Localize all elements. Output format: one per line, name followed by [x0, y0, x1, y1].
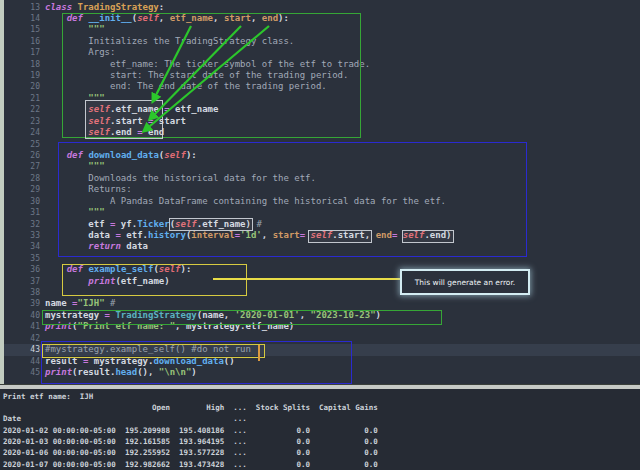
code-line[interactable]: 16 Initializes the TradingStrategy class…	[0, 36, 640, 47]
console-line: 2020-01-06 00:00:00-05:00 192.255952 193…	[3, 447, 378, 458]
code-text: self.end = end	[45, 127, 164, 137]
console-lines: Print etf name: IJH Open High ... Stock …	[3, 391, 378, 470]
line-number: 44	[0, 356, 40, 367]
line-number: 19	[0, 70, 40, 81]
line-number: 24	[0, 127, 40, 138]
console-output[interactable]: Print etf name: IJH Open High ... Stock …	[0, 389, 640, 470]
line-number: 45	[0, 367, 40, 378]
code-line[interactable]: 22 self.etf_name = etf_name	[0, 104, 640, 115]
code-line[interactable]: 25	[0, 139, 640, 150]
code-line[interactable]: 24 self.end = end	[0, 127, 640, 138]
line-number: 36	[0, 264, 40, 275]
line-number: 30	[0, 196, 40, 207]
line-number: 23	[0, 116, 40, 127]
console-line: Print etf name: IJH	[3, 391, 378, 402]
code-line[interactable]: 19 start: The start date of the trading …	[0, 70, 640, 81]
line-number: 17	[0, 47, 40, 58]
code-line[interactable]: 20 end: The end date of the trading peri…	[0, 81, 640, 92]
code-line[interactable]: 32 etf = yf.Ticker(self.etf_name) #	[0, 219, 640, 230]
code-text: Args:	[45, 47, 115, 57]
line-number: 33	[0, 230, 40, 241]
line-number: 35	[0, 253, 40, 264]
code-lines: 13class TradingStrategy:14 def __init__(…	[0, 2, 640, 379]
line-number: 31	[0, 207, 40, 218]
console-line: Date ...	[3, 413, 378, 424]
line-number: 29	[0, 184, 40, 195]
line-number: 22	[0, 104, 40, 115]
code-line[interactable]: 18 etf_name: The ticker symbol of the et…	[0, 59, 640, 70]
line-number: 16	[0, 36, 40, 47]
line-number: 39	[0, 298, 40, 309]
code-line[interactable]: 21 """	[0, 93, 640, 104]
line-number: 20	[0, 81, 40, 92]
code-line[interactable]: 13class TradingStrategy:	[0, 2, 640, 13]
code-line[interactable]: 30 A Pandas DataFrame containing the his…	[0, 196, 640, 207]
line-number: 13	[0, 2, 40, 13]
code-line[interactable]: 39name ="IJH" #	[0, 298, 640, 309]
line-number: 21	[0, 93, 40, 104]
code-line[interactable]: 36 def example_self(self):	[0, 264, 640, 275]
code-line[interactable]: 33 data = etf.history(interval='1d', sta…	[0, 230, 640, 241]
code-text: Initializes the TradingStrategy class.	[45, 36, 294, 46]
code-text: def download_data(self):	[45, 150, 197, 160]
code-text: print(result.head(), "\n\n")	[45, 367, 197, 377]
code-text: self.start = start	[45, 116, 186, 126]
pane-splitter[interactable]	[0, 384, 640, 389]
code-text: #mystrategy.example_self() #do not run	[45, 344, 251, 354]
editor-left-scrollbar[interactable]	[0, 0, 4, 384]
code-line[interactable]: 14 def __init__(self, etf_name, start, e…	[0, 13, 640, 24]
code-line[interactable]: 27 """	[0, 161, 640, 172]
code-line[interactable]: 17 Args:	[0, 47, 640, 58]
code-line[interactable]: 23 self.start = start	[0, 116, 640, 127]
code-line[interactable]: 45print(result.head(), "\n\n")	[0, 367, 640, 378]
code-text: mystrategy = TradingStrategy(name, '2020…	[45, 310, 381, 320]
code-line[interactable]: 35	[0, 253, 640, 264]
line-number: 34	[0, 241, 40, 252]
code-line[interactable]: 34 return data	[0, 241, 640, 252]
code-line[interactable]: 38	[0, 287, 640, 298]
code-text: name ="IJH" #	[45, 298, 115, 308]
code-editor[interactable]: 13class TradingStrategy:14 def __init__(…	[0, 0, 640, 384]
code-text: """	[45, 207, 105, 217]
code-line[interactable]: 26 def download_data(self):	[0, 150, 640, 161]
line-number: 25	[0, 139, 40, 150]
console-line: 2020-01-07 00:00:00-05:00 192.982662 193…	[3, 459, 378, 470]
code-line[interactable]: 42	[0, 333, 640, 344]
code-text: return data	[45, 241, 148, 251]
line-number: 43	[0, 344, 40, 355]
code-text: self.etf_name = etf_name	[45, 104, 218, 114]
code-text: data = etf.history(interval='1d', start=…	[45, 230, 452, 240]
code-text: """	[45, 93, 105, 103]
line-number: 27	[0, 161, 40, 172]
code-text: class TradingStrategy:	[45, 2, 164, 12]
code-line[interactable]: 41print("Print etf name: ", mystrategy.e…	[0, 321, 640, 332]
code-line[interactable]: 29 Returns:	[0, 184, 640, 195]
code-text: Downloads the historical data for the et…	[45, 173, 316, 183]
code-text: print(etf_name)	[45, 276, 170, 286]
code-line[interactable]: 44result = mystrategy.download_data()	[0, 356, 640, 367]
code-line[interactable]: 37 print(etf_name)	[0, 276, 640, 287]
line-number: 42	[0, 333, 40, 344]
line-number: 26	[0, 150, 40, 161]
code-line[interactable]: 15 """	[0, 24, 640, 35]
line-number: 41	[0, 321, 40, 332]
code-text: print("Print etf name: ", mystrategy.etf…	[45, 321, 294, 331]
code-line[interactable]: 31 """	[0, 207, 640, 218]
line-number: 14	[0, 13, 40, 24]
code-text: Returns:	[45, 184, 132, 194]
code-text: etf = yf.Ticker(self.etf_name) #	[45, 219, 262, 229]
line-number: 18	[0, 59, 40, 70]
line-number: 32	[0, 219, 40, 230]
code-text: def example_self(self):	[45, 264, 191, 274]
code-line[interactable]: 43#mystrategy.example_self() #do not run	[0, 344, 640, 355]
line-number: 40	[0, 310, 40, 321]
code-line[interactable]: 28 Downloads the historical data for the…	[0, 173, 640, 184]
line-number: 38	[0, 287, 40, 298]
line-number: 15	[0, 24, 40, 35]
line-number: 28	[0, 173, 40, 184]
console-line: Open High ... Stock Splits Capital Gains	[3, 402, 378, 413]
code-text: end: The end date of the trading period.	[45, 81, 327, 91]
code-line[interactable]: 40mystrategy = TradingStrategy(name, '20…	[0, 310, 640, 321]
code-text: etf_name: The ticker symbol of the etf t…	[45, 59, 370, 69]
code-text: def __init__(self, etf_name, start, end)…	[45, 13, 289, 23]
